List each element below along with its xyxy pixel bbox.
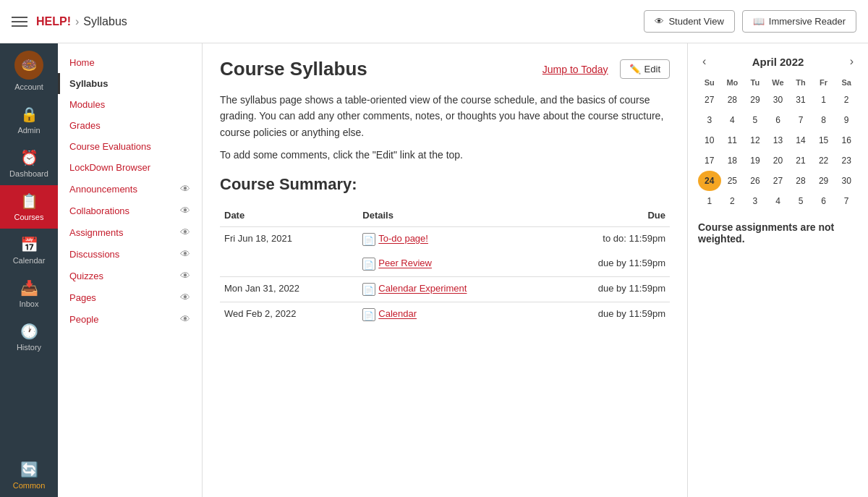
calendar-day-cell[interactable]: 26 [744, 171, 767, 191]
sidebar-item-common[interactable]: 🔄 Common [0, 454, 58, 497]
calendar-day-cell[interactable]: 1 [698, 191, 721, 211]
calendar-next-button[interactable]: › [846, 54, 858, 69]
calendar-day-cell[interactable]: 21 [789, 150, 812, 171]
sidebar-item-lockdown-browser[interactable]: LockDown Browser [58, 157, 202, 178]
student-view-button[interactable]: 👁 Student View [644, 10, 734, 33]
sidebar-item-assignments[interactable]: Assignments 👁 [58, 221, 202, 243]
sidebar-item-quizzes[interactable]: Quizzes 👁 [58, 265, 202, 286]
calendar-day-cell[interactable]: 7 [789, 110, 812, 130]
sidebar-item-history[interactable]: 🕐 History [0, 315, 58, 359]
calendar-day-cell[interactable]: 8 [812, 110, 835, 130]
sidebar-item-inbox[interactable]: 📥 Inbox [0, 272, 58, 315]
sidebar-item-announcements[interactable]: Announcements 👁 [58, 178, 202, 200]
admin-icon: 🔒 [20, 106, 38, 123]
calendar-day-cell[interactable]: 28 [721, 90, 744, 110]
calendar-day-cell[interactable]: 5 [744, 110, 767, 130]
calendar-prev-button[interactable]: ‹ [698, 54, 710, 69]
calendar-day-cell[interactable]: 28 [789, 171, 812, 191]
calendar-day-cell[interactable]: 3 [744, 191, 767, 211]
course-evaluations-label: Course Evaluations [69, 141, 151, 152]
menu-icon[interactable] [12, 17, 27, 27]
calendar-day-cell[interactable]: 1 [812, 90, 835, 110]
calendar-day-cell[interactable]: 24 [698, 171, 721, 191]
calendar-month-year: April 2022 [752, 56, 804, 68]
global-nav: 🍩 Account 🔒 Admin ⏰ Dashboard 📋 Courses … [0, 43, 58, 497]
calendar-day-cell[interactable]: 20 [767, 150, 790, 171]
calendar-day-cell[interactable]: 14 [789, 130, 812, 150]
calendar-day-cell[interactable]: 2 [835, 90, 858, 110]
calendar-day-cell[interactable]: 10 [698, 130, 721, 150]
course-summary-title: Course Summary: [220, 175, 670, 194]
calendar-day-cell[interactable]: 29 [812, 171, 835, 191]
inbox-label: Inbox [20, 300, 39, 308]
calendar-day-cell[interactable]: 27 [698, 90, 721, 110]
calendar-day-cell[interactable]: 11 [721, 130, 744, 150]
sidebar-item-dashboard[interactable]: ⏰ Dashboard [0, 142, 58, 185]
edit-button[interactable]: ✏️ Edit [620, 59, 670, 79]
calendar-day-cell[interactable]: 31 [789, 90, 812, 110]
sidebar-item-modules[interactable]: Modules [58, 94, 202, 115]
topbar-right: 👁 Student View 📖 Immersive Reader [644, 10, 856, 33]
sidebar-item-home[interactable]: Home [58, 52, 202, 73]
table-cell-details: 📄Calendar Experiment [358, 277, 544, 302]
syllabus-description: The syllabus page shows a table-oriented… [220, 92, 670, 140]
sidebar-item-grades[interactable]: Grades [58, 115, 202, 136]
sidebar-item-course-evaluations[interactable]: Course Evaluations [58, 136, 202, 157]
sidebar-item-calendar[interactable]: 📅 Calendar [0, 229, 58, 272]
calendar-day-cell[interactable]: 2 [721, 191, 744, 211]
breadcrumb-help-link[interactable]: HELP! [36, 15, 71, 28]
sidebar-item-pages[interactable]: Pages 👁 [58, 286, 202, 308]
sidebar-item-account[interactable]: 🍩 Account [0, 43, 58, 98]
sidebar-item-admin[interactable]: 🔒 Admin [0, 98, 58, 142]
quizzes-label: Quizzes [69, 271, 103, 281]
calendar-day-cell[interactable]: 4 [721, 110, 744, 130]
calendar-day-cell[interactable]: 23 [835, 150, 858, 171]
sidebar-item-courses[interactable]: 📋 Courses [0, 185, 58, 229]
people-label: People [69, 314, 98, 325]
immersive-reader-button[interactable]: 📖 Immersive Reader [742, 10, 856, 33]
table-item-link[interactable]: To-do page! [378, 234, 428, 245]
calendar-day-cell[interactable]: 27 [767, 171, 790, 191]
calendar-grid: SuMoTuWeThFrSa 2728293031123456789101112… [698, 75, 858, 211]
calendar-day-cell[interactable]: 25 [721, 171, 744, 191]
calendar-day-cell[interactable]: 6 [812, 191, 835, 211]
dashboard-icon: ⏰ [20, 149, 38, 166]
calendar-day-cell[interactable]: 9 [835, 110, 858, 130]
calendar-day-cell[interactable]: 13 [767, 130, 790, 150]
calendar-day-cell[interactable]: 6 [767, 110, 790, 130]
table-item-link[interactable]: Peer Review [378, 258, 432, 269]
table-item-link[interactable]: Calendar Experiment [378, 284, 467, 294]
calendar-day-cell[interactable]: 17 [698, 150, 721, 171]
table-cell-details: 📄Calendar [358, 302, 544, 328]
history-icon: 🕐 [20, 323, 38, 340]
assignments-label: Assignments [69, 227, 123, 238]
calendar-day-cell[interactable]: 30 [767, 90, 790, 110]
calendar-day-cell[interactable]: 7 [835, 191, 858, 211]
inbox-icon: 📥 [20, 279, 38, 297]
calendar-day-cell[interactable]: 15 [812, 130, 835, 150]
sidebar-item-people[interactable]: People 👁 [58, 308, 202, 330]
calendar-day-cell[interactable]: 12 [744, 130, 767, 150]
calendar-day-cell[interactable]: 4 [767, 191, 790, 211]
table-cell-date [220, 252, 358, 277]
table-item-link[interactable]: Calendar [378, 309, 417, 320]
item-icon: 📄 [362, 233, 375, 246]
sidebar-item-collaborations[interactable]: Collaborations 👁 [58, 200, 202, 221]
calendar-day-cell[interactable]: 22 [812, 150, 835, 171]
calendar-day-cell[interactable]: 3 [698, 110, 721, 130]
immersive-reader-icon: 📖 [753, 16, 765, 27]
calendar-day-cell[interactable]: 30 [835, 171, 858, 191]
right-panel: ‹ April 2022 › SuMoTuWeThFrSa 2728293031… [687, 43, 868, 497]
sidebar-item-syllabus[interactable]: Syllabus [58, 73, 202, 94]
sidebar-item-discussions[interactable]: Discussions 👁 [58, 243, 202, 265]
syllabus-header: Course Syllabus Jump to Today ✏️ Edit [220, 58, 670, 80]
history-label: History [17, 343, 41, 352]
jump-to-today-link[interactable]: Jump to Today [542, 64, 608, 75]
modules-label: Modules [69, 99, 105, 110]
calendar-day-cell[interactable]: 19 [744, 150, 767, 171]
calendar-day-cell[interactable]: 18 [721, 150, 744, 171]
immersive-reader-label: Immersive Reader [769, 16, 846, 27]
calendar-day-cell[interactable]: 16 [835, 130, 858, 150]
calendar-day-cell[interactable]: 29 [744, 90, 767, 110]
calendar-day-cell[interactable]: 5 [789, 191, 812, 211]
